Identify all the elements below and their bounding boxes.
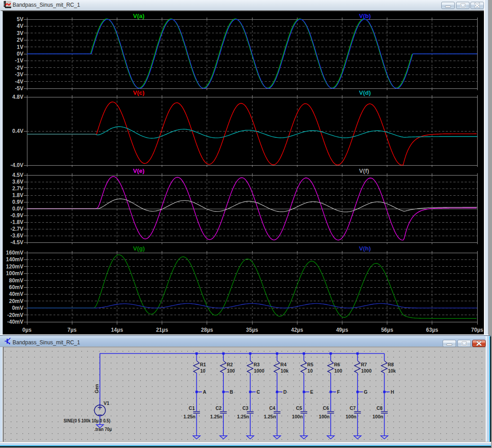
svg-text:V1: V1 <box>104 400 110 406</box>
svg-text:-2.7V: -2.7V <box>10 226 23 232</box>
svg-text:10k: 10k <box>281 368 289 373</box>
svg-text:10: 10 <box>307 368 313 373</box>
svg-text:C4: C4 <box>269 405 275 411</box>
svg-text:R5: R5 <box>307 362 314 367</box>
svg-text:1V: 1V <box>17 44 23 50</box>
svg-text:0.0V: 0.0V <box>12 206 23 212</box>
svg-text:2V: 2V <box>17 37 23 43</box>
svg-text:-1.8V: -1.8V <box>10 219 23 225</box>
svg-text:-0.9V: -0.9V <box>10 212 23 219</box>
svg-text:20mV: 20mV <box>9 298 23 304</box>
svg-text:E: E <box>310 389 313 395</box>
svg-text:V(h): V(h) <box>359 245 371 252</box>
svg-text:V(e): V(e) <box>133 167 145 174</box>
svg-text:R6: R6 <box>334 362 341 367</box>
svg-text:100mV: 100mV <box>6 270 23 277</box>
svg-text:C1: C1 <box>189 405 195 411</box>
svg-text:-3.6V: -3.6V <box>10 233 23 239</box>
svg-text:C6: C6 <box>323 405 329 411</box>
svg-text:160mV: 160mV <box>6 250 23 256</box>
svg-text:140mV: 140mV <box>6 256 23 263</box>
svg-text:1.25n: 1.25n <box>237 414 249 419</box>
svg-text:C7: C7 <box>350 405 356 411</box>
svg-text:F: F <box>337 389 340 395</box>
svg-text:B: B <box>230 389 233 395</box>
svg-text:10: 10 <box>200 368 206 373</box>
svg-text:100n: 100n <box>292 414 303 419</box>
svg-text:G: G <box>364 389 368 395</box>
svg-text:4.5V: 4.5V <box>12 172 23 178</box>
svg-text:.tran 70µ: .tran 70µ <box>94 426 112 432</box>
svg-text:4.8V: 4.8V <box>12 94 23 100</box>
svg-text:1.25n: 1.25n <box>210 414 222 419</box>
svg-text:1.8V: 1.8V <box>12 192 23 198</box>
svg-text:R1: R1 <box>200 362 206 367</box>
svg-text:-4.0V: -4.0V <box>10 162 23 168</box>
svg-text:-4.5V: -4.5V <box>10 239 23 246</box>
svg-text:R2: R2 <box>227 362 233 367</box>
svg-text:-2V: -2V <box>15 65 23 71</box>
svg-text:H: H <box>390 389 394 395</box>
svg-text:70µs: 70µs <box>471 327 483 333</box>
svg-text:80mV: 80mV <box>9 277 23 284</box>
svg-text:60mV: 60mV <box>9 284 23 290</box>
svg-text:4V: 4V <box>17 23 23 29</box>
svg-text:2.7V: 2.7V <box>12 185 23 192</box>
svg-text:0.9V: 0.9V <box>12 199 23 205</box>
svg-text:0µs: 0µs <box>22 327 32 333</box>
svg-text:1.25n: 1.25n <box>183 414 195 419</box>
svg-text:V(g): V(g) <box>133 245 145 252</box>
svg-text:D: D <box>284 389 287 395</box>
svg-text:V(c): V(c) <box>133 89 145 96</box>
svg-text:C2: C2 <box>216 405 222 411</box>
svg-text:40mV: 40mV <box>9 291 23 297</box>
svg-text:10k: 10k <box>388 368 396 373</box>
svg-text:R4: R4 <box>280 362 287 367</box>
svg-text:R8: R8 <box>388 362 394 367</box>
svg-text:100: 100 <box>227 368 235 373</box>
svg-text:21µs: 21µs <box>156 327 168 333</box>
svg-text:100n: 100n <box>372 414 383 419</box>
svg-text:Gen: Gen <box>94 384 99 393</box>
svg-text:R3: R3 <box>253 362 260 367</box>
svg-text:C8: C8 <box>377 405 383 411</box>
svg-text:100n: 100n <box>319 414 330 419</box>
svg-text:V(b): V(b) <box>359 13 371 19</box>
svg-text:49µs: 49µs <box>336 327 348 333</box>
svg-text:14µs: 14µs <box>111 327 123 333</box>
svg-text:C3: C3 <box>242 405 248 411</box>
svg-text:35µs: 35µs <box>246 327 258 333</box>
svg-text:C5: C5 <box>296 405 302 411</box>
svg-text:1000: 1000 <box>254 368 265 373</box>
svg-text:R7: R7 <box>361 362 367 367</box>
svg-text:3V: 3V <box>17 30 23 36</box>
svg-text:-5V: -5V <box>15 85 23 92</box>
svg-text:-4V: -4V <box>15 79 23 85</box>
svg-text:-3V: -3V <box>15 71 23 78</box>
svg-text:V(d): V(d) <box>359 89 371 96</box>
svg-text:A: A <box>203 389 207 395</box>
svg-text:1000: 1000 <box>361 368 372 373</box>
svg-text:0.4V: 0.4V <box>12 128 23 134</box>
svg-text:28µs: 28µs <box>201 327 213 333</box>
svg-text:7µs: 7µs <box>67 327 77 333</box>
svg-text:SINE(0 5 100k 10µ 0 0.5): SINE(0 5 100k 10µ 0 0.5) <box>64 418 111 423</box>
svg-text:1.25n: 1.25n <box>264 414 276 419</box>
svg-text:120mV: 120mV <box>6 264 23 270</box>
svg-text:-1V: -1V <box>15 57 23 64</box>
svg-text:-40mV: -40mV <box>7 319 23 325</box>
svg-text:C: C <box>257 389 260 395</box>
svg-text:63µs: 63µs <box>426 327 438 333</box>
svg-text:100: 100 <box>334 368 342 373</box>
svg-text:42µs: 42µs <box>291 327 303 333</box>
svg-text:V(f): V(f) <box>359 167 369 174</box>
svg-text:3.6V: 3.6V <box>12 179 23 185</box>
svg-text:0mV: 0mV <box>12 305 23 311</box>
svg-text:56µs: 56µs <box>381 327 393 333</box>
svg-text:100n: 100n <box>346 414 356 419</box>
svg-text:0V: 0V <box>17 51 23 57</box>
svg-text:-20mV: -20mV <box>7 312 23 318</box>
svg-text:5V: 5V <box>17 16 23 22</box>
svg-text:V(a): V(a) <box>133 13 145 19</box>
